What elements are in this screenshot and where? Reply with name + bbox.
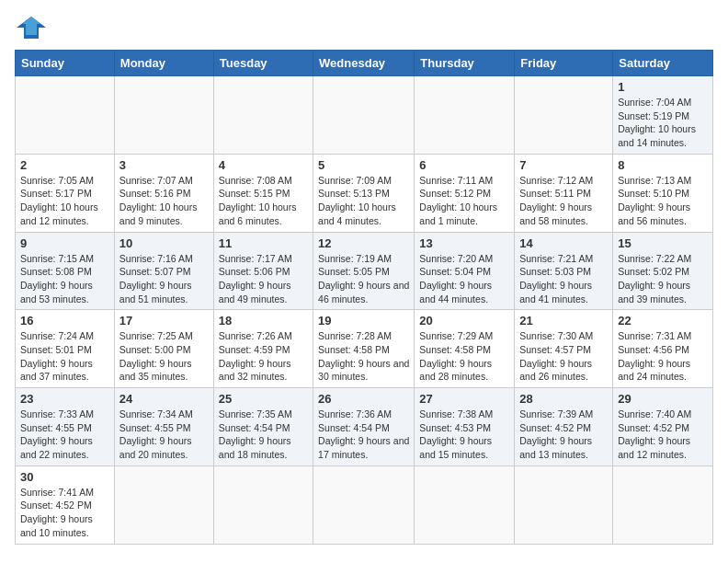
- day-number: 15: [618, 236, 708, 250]
- day-info: Sunrise: 7:17 AM Sunset: 5:06 PM Dayligh…: [219, 252, 308, 306]
- calendar-cell: 20Sunrise: 7:29 AM Sunset: 4:58 PM Dayli…: [415, 310, 515, 388]
- calendar-cell: 15Sunrise: 7:22 AM Sunset: 5:02 PM Dayli…: [613, 232, 713, 310]
- day-number: 8: [618, 158, 708, 172]
- calendar-cell: [213, 76, 313, 155]
- day-info: Sunrise: 7:11 AM Sunset: 5:12 PM Dayligh…: [419, 174, 509, 228]
- calendar-cell: 11Sunrise: 7:17 AM Sunset: 5:06 PM Dayli…: [213, 232, 313, 310]
- calendar-cell: 21Sunrise: 7:30 AM Sunset: 4:57 PM Dayli…: [515, 310, 613, 388]
- day-number: 6: [419, 158, 509, 172]
- day-info: Sunrise: 7:28 AM Sunset: 4:58 PM Dayligh…: [318, 329, 409, 384]
- logo-area: [15, 15, 51, 40]
- logo: [15, 15, 51, 40]
- calendar-cell: 23Sunrise: 7:33 AM Sunset: 4:55 PM Dayli…: [16, 388, 115, 466]
- day-info: Sunrise: 7:39 AM Sunset: 4:52 PM Dayligh…: [519, 408, 608, 462]
- calendar-cell: [515, 465, 613, 544]
- day-number: 9: [20, 236, 109, 250]
- calendar-cell: 28Sunrise: 7:39 AM Sunset: 4:52 PM Dayli…: [515, 388, 613, 466]
- day-info: Sunrise: 7:07 AM Sunset: 5:16 PM Dayligh…: [119, 174, 209, 228]
- day-info: Sunrise: 7:41 AM Sunset: 4:52 PM Dayligh…: [20, 486, 109, 540]
- calendar-cell: 24Sunrise: 7:34 AM Sunset: 4:55 PM Dayli…: [114, 388, 213, 466]
- column-header-friday: Friday: [515, 51, 613, 76]
- calendar-cell: 3Sunrise: 7:07 AM Sunset: 5:16 PM Daylig…: [114, 154, 213, 232]
- day-info: Sunrise: 7:19 AM Sunset: 5:05 PM Dayligh…: [318, 252, 409, 306]
- day-info: Sunrise: 7:20 AM Sunset: 5:04 PM Dayligh…: [419, 252, 509, 306]
- calendar-header-row: SundayMondayTuesdayWednesdayThursdayFrid…: [16, 51, 713, 76]
- day-number: 7: [519, 158, 608, 172]
- column-header-wednesday: Wednesday: [313, 51, 415, 76]
- day-number: 17: [119, 314, 209, 327]
- day-info: Sunrise: 7:34 AM Sunset: 4:55 PM Dayligh…: [119, 408, 209, 462]
- calendar-cell: 14Sunrise: 7:21 AM Sunset: 5:03 PM Dayli…: [515, 232, 613, 310]
- calendar-cell: [16, 76, 115, 155]
- day-info: Sunrise: 7:16 AM Sunset: 5:07 PM Dayligh…: [119, 252, 209, 306]
- day-number: 3: [119, 158, 209, 172]
- column-header-monday: Monday: [114, 51, 213, 76]
- day-number: 10: [119, 236, 209, 250]
- calendar-cell: 22Sunrise: 7:31 AM Sunset: 4:56 PM Dayli…: [613, 310, 713, 388]
- logo-icon: [15, 15, 48, 40]
- calendar-cell: 8Sunrise: 7:13 AM Sunset: 5:10 PM Daylig…: [613, 154, 713, 232]
- day-info: Sunrise: 7:29 AM Sunset: 4:58 PM Dayligh…: [419, 329, 509, 384]
- day-number: 18: [219, 314, 308, 327]
- calendar-week-row: 9Sunrise: 7:15 AM Sunset: 5:08 PM Daylig…: [16, 232, 713, 310]
- column-header-saturday: Saturday: [613, 51, 713, 76]
- day-info: Sunrise: 7:22 AM Sunset: 5:02 PM Dayligh…: [618, 252, 708, 306]
- day-number: 13: [419, 236, 509, 250]
- day-number: 4: [219, 158, 308, 172]
- day-info: Sunrise: 7:24 AM Sunset: 5:01 PM Dayligh…: [20, 329, 109, 384]
- day-number: 14: [519, 236, 608, 250]
- calendar-cell: 12Sunrise: 7:19 AM Sunset: 5:05 PM Dayli…: [313, 232, 415, 310]
- day-number: 2: [20, 158, 109, 172]
- calendar-cell: 13Sunrise: 7:20 AM Sunset: 5:04 PM Dayli…: [415, 232, 515, 310]
- day-info: Sunrise: 7:15 AM Sunset: 5:08 PM Dayligh…: [20, 252, 109, 306]
- calendar-cell: 26Sunrise: 7:36 AM Sunset: 4:54 PM Dayli…: [313, 388, 415, 466]
- calendar-cell: 16Sunrise: 7:24 AM Sunset: 5:01 PM Dayli…: [16, 310, 115, 388]
- calendar-cell: 5Sunrise: 7:09 AM Sunset: 5:13 PM Daylig…: [313, 154, 415, 232]
- calendar-cell: [613, 465, 713, 544]
- calendar-cell: [114, 76, 213, 155]
- calendar-week-row: 1Sunrise: 7:04 AM Sunset: 5:19 PM Daylig…: [16, 76, 713, 155]
- calendar-cell: 17Sunrise: 7:25 AM Sunset: 5:00 PM Dayli…: [114, 310, 213, 388]
- calendar-cell: [415, 76, 515, 155]
- calendar-cell: 9Sunrise: 7:15 AM Sunset: 5:08 PM Daylig…: [16, 232, 115, 310]
- day-number: 19: [318, 314, 409, 327]
- calendar-week-row: 16Sunrise: 7:24 AM Sunset: 5:01 PM Dayli…: [16, 310, 713, 388]
- calendar-cell: 7Sunrise: 7:12 AM Sunset: 5:11 PM Daylig…: [515, 154, 613, 232]
- day-number: 16: [20, 314, 109, 327]
- calendar-week-row: 30Sunrise: 7:41 AM Sunset: 4:52 PM Dayli…: [16, 465, 713, 544]
- day-info: Sunrise: 7:13 AM Sunset: 5:10 PM Dayligh…: [618, 174, 708, 228]
- day-info: Sunrise: 7:25 AM Sunset: 5:00 PM Dayligh…: [119, 329, 209, 384]
- day-info: Sunrise: 7:30 AM Sunset: 4:57 PM Dayligh…: [519, 329, 608, 384]
- day-number: 5: [318, 158, 409, 172]
- calendar-cell: 1Sunrise: 7:04 AM Sunset: 5:19 PM Daylig…: [613, 76, 713, 155]
- calendar-cell: 25Sunrise: 7:35 AM Sunset: 4:54 PM Dayli…: [213, 388, 313, 466]
- day-number: 22: [618, 314, 708, 327]
- day-info: Sunrise: 7:35 AM Sunset: 4:54 PM Dayligh…: [219, 408, 308, 462]
- column-header-thursday: Thursday: [415, 51, 515, 76]
- day-info: Sunrise: 7:21 AM Sunset: 5:03 PM Dayligh…: [519, 252, 608, 306]
- day-number: 23: [20, 392, 109, 406]
- column-header-sunday: Sunday: [16, 51, 115, 76]
- day-info: Sunrise: 7:36 AM Sunset: 4:54 PM Dayligh…: [318, 408, 409, 462]
- calendar-cell: [515, 76, 613, 155]
- day-number: 20: [419, 314, 509, 327]
- calendar-cell: [415, 465, 515, 544]
- calendar-cell: 6Sunrise: 7:11 AM Sunset: 5:12 PM Daylig…: [415, 154, 515, 232]
- day-number: 12: [318, 236, 409, 250]
- day-number: 21: [519, 314, 608, 327]
- calendar-cell: [114, 465, 213, 544]
- day-number: 28: [519, 392, 608, 406]
- calendar-week-row: 2Sunrise: 7:05 AM Sunset: 5:17 PM Daylig…: [16, 154, 713, 232]
- day-number: 26: [318, 392, 409, 406]
- calendar-cell: 30Sunrise: 7:41 AM Sunset: 4:52 PM Dayli…: [16, 465, 115, 544]
- day-number: 29: [618, 392, 708, 406]
- day-number: 11: [219, 236, 308, 250]
- calendar-cell: 4Sunrise: 7:08 AM Sunset: 5:15 PM Daylig…: [213, 154, 313, 232]
- day-info: Sunrise: 7:09 AM Sunset: 5:13 PM Dayligh…: [318, 174, 409, 228]
- day-number: 27: [419, 392, 509, 406]
- calendar-cell: 2Sunrise: 7:05 AM Sunset: 5:17 PM Daylig…: [16, 154, 115, 232]
- day-number: 24: [119, 392, 209, 406]
- day-info: Sunrise: 7:40 AM Sunset: 4:52 PM Dayligh…: [618, 408, 708, 462]
- day-number: 25: [219, 392, 308, 406]
- day-info: Sunrise: 7:05 AM Sunset: 5:17 PM Dayligh…: [20, 174, 109, 228]
